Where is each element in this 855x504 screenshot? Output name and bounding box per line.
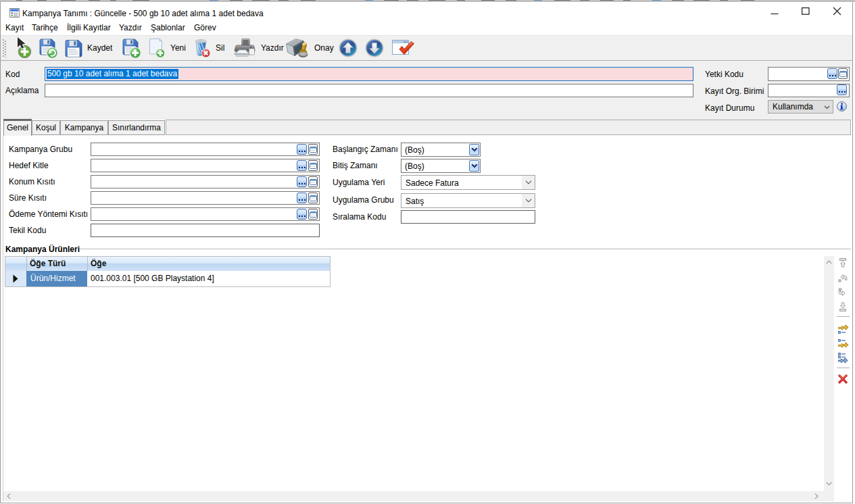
redo-icon[interactable]	[837, 287, 848, 298]
move-first-icon[interactable]	[837, 257, 848, 268]
navigate-up-button[interactable]	[339, 36, 358, 59]
scroll-left-icon[interactable]	[7, 493, 11, 499]
tab-sinirlandirma[interactable]: Sınırlandırma	[108, 120, 165, 135]
tab-genel[interactable]: Genel	[3, 119, 32, 136]
uygulama-grubu-dropdown-button[interactable]	[522, 194, 535, 207]
toolbar-gripper[interactable]	[3, 39, 6, 57]
minimize-icon	[771, 7, 779, 16]
row-marker-cell	[5, 271, 26, 286]
bitis-zamani-label: Bitiş Zamanı	[333, 161, 378, 170]
yetki-kodu-lookup-button[interactable]	[827, 68, 837, 79]
save-refresh-button[interactable]	[39, 36, 58, 59]
grid-row[interactable]: Ürün/Hizmet 001.003.01 [500 GB Playstati…	[5, 271, 330, 286]
konum-kisiti-lookup-button[interactable]	[297, 176, 307, 187]
cell-oge-turu[interactable]: Ürün/Hizmet	[26, 271, 87, 286]
bitis-zamani-dropdown-button[interactable]	[469, 160, 479, 172]
baslangic-zamani-select[interactable]: (Boş)	[401, 143, 481, 157]
cell-oge-turu-text: Ürün/Hizmet	[30, 274, 76, 284]
add-record-icon	[15, 37, 32, 59]
add-record-button[interactable]	[15, 36, 32, 59]
siralama-kodu-input[interactable]	[401, 210, 535, 224]
odeme-yontemi-kisiti-keypad-button[interactable]	[308, 209, 318, 220]
column-header-oge[interactable]: Öğe	[91, 259, 106, 269]
current-row-arrow-icon	[13, 274, 18, 283]
undo-icon[interactable]	[837, 272, 848, 283]
uygulama-yeri-select[interactable]: Sadece Fatura	[401, 175, 535, 190]
kampanya-grubu-label: Kampanya Grubu	[9, 145, 72, 154]
baslangic-zamani-dropdown-button[interactable]	[469, 144, 479, 155]
cell-oge[interactable]: 001.003.01 [500 GB Playstation 4]	[87, 271, 330, 286]
maximize-button[interactable]	[797, 4, 814, 18]
menu-yazdir[interactable]: Yazdır	[119, 20, 142, 35]
scroll-up-icon[interactable]	[826, 260, 832, 264]
sure-kisiti-keypad-button[interactable]	[308, 193, 318, 203]
menu-tarihce[interactable]: Tarihçe	[32, 20, 58, 35]
delete-record-button[interactable]: Sil	[193, 36, 224, 59]
scroll-right-icon[interactable]	[814, 493, 819, 499]
kod-label: Kod	[5, 70, 20, 79]
konum-kisiti-label: Konum Kısıtı	[9, 177, 55, 186]
print-icon	[233, 38, 256, 58]
tekil-kodu-input[interactable]	[91, 224, 320, 237]
sure-kisiti-input[interactable]	[91, 191, 320, 205]
chevron-down-icon	[525, 199, 532, 203]
save-as-new-button[interactable]	[122, 36, 141, 59]
yetki-kodu-keypad-button[interactable]	[838, 68, 848, 79]
kampanya-grubu-lookup-button[interactable]	[297, 144, 307, 155]
aciklama-input[interactable]	[45, 84, 693, 97]
konum-kisiti-keypad-button[interactable]	[308, 176, 318, 187]
tab-kosul[interactable]: Koşul	[32, 120, 60, 135]
new-button-label: Yeni	[170, 43, 186, 53]
hedef-kitle-input[interactable]	[91, 159, 320, 172]
kampanya-grubu-input[interactable]	[91, 143, 320, 156]
info-icon[interactable]	[837, 101, 847, 111]
approve-button[interactable]: Onay	[285, 36, 334, 59]
copy-line-icon[interactable]	[837, 352, 848, 363]
approve-icon	[285, 38, 310, 59]
menu-sablonlar[interactable]: Şablonlar	[151, 20, 185, 35]
delete-line-icon[interactable]	[837, 374, 848, 384]
menu-kayit[interactable]: Kayıt	[5, 20, 24, 35]
form-window-icon	[9, 8, 20, 18]
horizontal-scrollbar[interactable]	[3, 491, 824, 501]
odeme-yontemi-kisiti-input[interactable]	[91, 207, 320, 221]
confirm-button[interactable]	[391, 36, 416, 59]
konum-kisiti-input[interactable]	[91, 175, 320, 188]
yetki-kodu-label: Yetki Kodu	[705, 70, 743, 79]
cell-oge-text: 001.003.01 [500 GB Playstation 4]	[91, 274, 214, 284]
keypad-icon	[839, 71, 847, 77]
uygulama-grubu-select[interactable]: Satış	[401, 193, 535, 208]
hedef-kitle-keypad-button[interactable]	[308, 160, 318, 171]
menu-gorev[interactable]: Görev	[194, 20, 216, 35]
sure-kisiti-lookup-button[interactable]	[297, 193, 307, 203]
print-button-label: Yazdır	[261, 43, 284, 53]
uygulama-grubu-label: Uygulama Grubu	[333, 195, 394, 205]
scroll-down-icon[interactable]	[826, 482, 832, 486]
save-button[interactable]: Kaydet	[64, 36, 112, 59]
navigate-down-button[interactable]	[365, 36, 384, 59]
navigate-down-icon	[365, 39, 384, 57]
odeme-yontemi-kisiti-lookup-button[interactable]	[297, 209, 307, 220]
kayit-org-birimi-label: Kayıt Org. Birimi	[705, 86, 764, 96]
hedef-kitle-lookup-button[interactable]	[297, 160, 307, 171]
kayit-org-birimi-lookup-button[interactable]	[837, 84, 847, 95]
close-button[interactable]	[828, 4, 846, 18]
bitis-zamani-select[interactable]: (Boş)	[401, 159, 481, 173]
print-button[interactable]: Yazdır	[233, 36, 284, 59]
menu-ilgili-kayitlar[interactable]: İlgili Kayıtlar	[67, 20, 111, 35]
new-record-button[interactable]: Yeni	[149, 36, 186, 59]
tab-kampanya[interactable]: Kampanya	[60, 120, 108, 135]
move-last-icon[interactable]	[837, 301, 848, 312]
products-grid: Öğe Türü Öğe Ürün/Hizmet 001.003.01 [500…	[5, 256, 331, 287]
uygulama-yeri-dropdown-button[interactable]	[522, 176, 535, 189]
kayit-durumu-select[interactable]: Kullanımda	[768, 100, 833, 114]
kampanya-grubu-keypad-button[interactable]	[308, 144, 318, 155]
kampanya-urunleri-group-title: Kampanya Ürünleri	[5, 245, 80, 254]
vertical-scrollbar[interactable]	[824, 256, 834, 501]
page-left-border	[3, 136, 3, 501]
minimize-button[interactable]	[766, 4, 783, 18]
column-header-oge-turu[interactable]: Öğe Türü	[30, 259, 66, 269]
insert-line-icon[interactable]	[837, 338, 848, 349]
add-line-icon[interactable]	[837, 324, 848, 334]
kod-input[interactable]: 500 gb 10 adet alıma 1 adet bedava	[45, 67, 693, 81]
